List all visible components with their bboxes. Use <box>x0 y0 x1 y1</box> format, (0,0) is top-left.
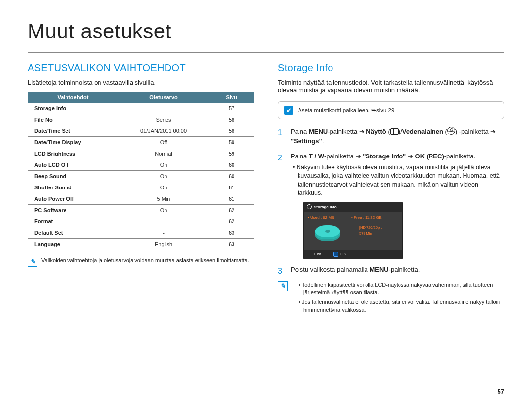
page-number: 57 <box>498 388 504 395</box>
left-lead: Lisätietoja toiminnoista on vastaavilla … <box>28 79 254 86</box>
content-columns: ASETUSVALIKON VAIHTOEHDOT Lisätietoja to… <box>28 62 504 315</box>
step-3: Poistu valikosta painamalla MENU-painike… <box>278 265 504 275</box>
ss-header: Storage Info <box>304 202 402 212</box>
footnote-text: Valikoiden vaihtoehtoja ja oletusarvoja … <box>41 257 249 267</box>
table-row: Auto Power Off5 Min61 <box>28 193 254 205</box>
right-notes: ✎ Todellinen kapasiteetti voi olla LCD-n… <box>278 281 504 316</box>
underwater-icon <box>447 127 455 135</box>
table-row: Storage Info-57 <box>28 103 254 114</box>
steps-list: Paina MENU-painiketta ➔ Näyttö ()/Vedena… <box>278 127 504 275</box>
table-row: Format-62 <box>28 216 254 227</box>
ss-title: Storage Info <box>314 204 337 210</box>
th-page: Sivu <box>209 92 254 103</box>
right-lead: Toiminto näyttää tallennustiedot. Voit t… <box>278 79 504 94</box>
column-left: ASETUSVALIKON VAIHTOEHDOT Lisätietoja to… <box>28 62 254 315</box>
insert-card-text: Aseta muistikortti paikalleen. ➥sivu 29 <box>298 107 394 114</box>
ss-footer: Exit OK <box>304 250 402 259</box>
step-1: Paina MENU-painiketta ➔ Näyttö ()/Vedena… <box>278 127 504 146</box>
column-right: Storage Info Toiminto näyttää tallennust… <box>278 62 504 315</box>
th-option: Vaihtoehdot <box>28 92 118 103</box>
left-heading: ASETUSVALIKON VAIHTOEHDOT <box>28 62 254 74</box>
left-footnote: ✎ Valikoiden vaihtoehtoja ja oletusarvoj… <box>28 257 254 267</box>
step-2-bullet: • Näkyviin tulee käytössä oleva muistiti… <box>291 163 504 198</box>
gear-icon <box>307 204 312 209</box>
table-row: Beep SoundOn60 <box>28 171 254 182</box>
ss-resolution: [HD]720/25p : <box>359 225 382 231</box>
table-row: PC SoftwareOn62 <box>28 205 254 216</box>
page-title: Muut asetukset <box>28 20 504 43</box>
note-icon: ✎ <box>28 257 37 267</box>
insert-card-box: ✔ Aseta muistikortti paikalleen. ➥sivu 2… <box>278 101 504 119</box>
notes-list: Todellinen kapasiteetti voi olla LCD-näy… <box>292 281 504 316</box>
table-row: LCD BrightnessNormal59 <box>28 148 254 159</box>
display-icon <box>390 128 399 135</box>
note-item: Todellinen kapasiteetti voi olla LCD-näy… <box>299 281 504 297</box>
table-row: Date/Time Set01/JAN/2011 00:0058 <box>28 125 254 137</box>
ss-ok: OK <box>340 251 346 257</box>
table-row: Shutter SoundOn61 <box>28 182 254 193</box>
right-heading: Storage Info <box>278 62 504 74</box>
table-row: LanguageEnglish63 <box>28 239 254 250</box>
table-row: File NoSeries58 <box>28 114 254 125</box>
ok-key-icon <box>333 252 338 257</box>
note-icon: ✎ <box>278 281 288 291</box>
step-2: Paina T / W-painiketta ➔ "Storage Info" … <box>278 152 504 259</box>
note-item: Jos tallennusvälinettä ei ole asetettu, … <box>299 298 504 313</box>
ss-free: • Free : 31.32 GB <box>351 215 382 220</box>
th-default: Oletusarvo <box>118 92 209 103</box>
ss-minutes: 579 Min <box>359 231 372 237</box>
manual-page: Muut asetukset ASETUSVALIKON VAIHTOEHDOT… <box>0 0 532 406</box>
options-table: Vaihtoehdot Oletusarvo Sivu Storage Info… <box>28 92 254 250</box>
check-icon: ✔ <box>284 106 293 115</box>
lcd-screenshot: Storage Info • Used : 62 MB • Free : 31.… <box>303 202 403 259</box>
table-row: Date/Time DisplayOff59 <box>28 137 254 148</box>
ss-body: • Used : 62 MB • Free : 31.32 GB [HD]720… <box>304 212 402 250</box>
table-row: Auto LCD OffOn60 <box>28 159 254 171</box>
menu-key-icon <box>307 252 312 256</box>
ss-exit: Exit <box>314 251 321 257</box>
disc-icon <box>315 225 340 239</box>
divider <box>28 52 504 53</box>
table-row: Default Set-63 <box>28 227 254 239</box>
